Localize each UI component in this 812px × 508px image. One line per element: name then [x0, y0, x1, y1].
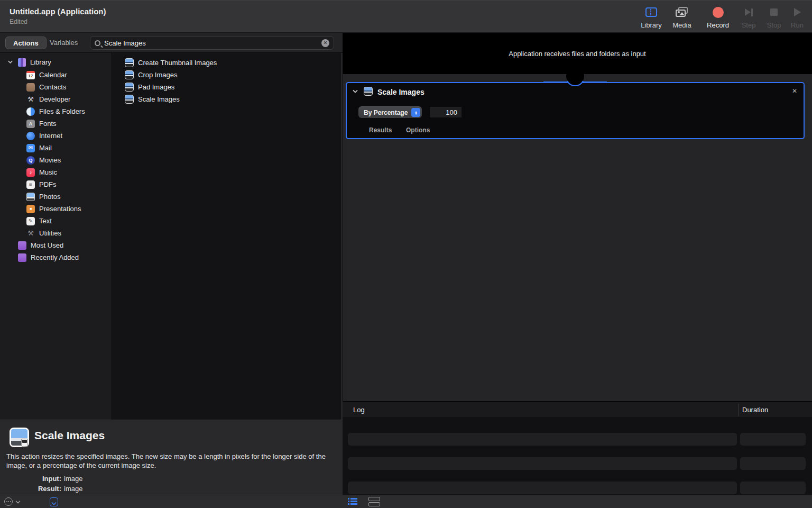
- smart-folder-icon: [18, 241, 26, 250]
- log-column-header[interactable]: Log: [353, 406, 365, 414]
- sidebar-item-music[interactable]: ♪Music: [0, 166, 112, 178]
- sidebar-item-fonts[interactable]: AFonts: [0, 117, 112, 130]
- sidebar-item-internet[interactable]: Internet: [0, 130, 112, 142]
- sidebar-item-label: Music: [39, 168, 57, 176]
- sidebar-item-presentations[interactable]: ■Presentations: [0, 203, 112, 215]
- sidebar-item-label: Presentations: [39, 205, 81, 213]
- sidebar-item-label: Photos: [39, 193, 60, 201]
- smart-folder-icon: [18, 253, 26, 262]
- sidebar-item-label: Developer: [39, 95, 70, 103]
- image-action-icon: [364, 87, 373, 96]
- actions-results-list: Create Thumbnail Images Crop Images Pad …: [112, 53, 341, 420]
- sidebar-item-movies[interactable]: QMovies: [0, 154, 112, 166]
- media-icon: [676, 7, 688, 17]
- popup-arrows-icon: ▲▼: [411, 108, 420, 117]
- log-row[interactable]: [348, 482, 737, 494]
- duration-column-header[interactable]: Duration: [742, 406, 768, 414]
- music-note-icon: ♪: [26, 168, 35, 177]
- action-card-title: Scale Images: [377, 88, 425, 96]
- title-bar: Untitled.app (Application) Edited Librar…: [0, 0, 812, 33]
- log-row-duration[interactable]: [740, 457, 806, 470]
- image-action-icon: [125, 58, 134, 67]
- log-row[interactable]: [348, 457, 737, 470]
- sidebar-item-label: Movies: [39, 156, 61, 164]
- window-title: Untitled.app (Application): [10, 7, 106, 16]
- quicktime-icon: Q: [26, 156, 35, 165]
- search-field[interactable]: ✕: [90, 36, 334, 50]
- action-list-item[interactable]: Create Thumbnail Images: [112, 57, 341, 69]
- tab-variables[interactable]: Variables: [50, 39, 78, 47]
- sidebar-item-label: Recently Added: [31, 253, 79, 261]
- close-action-icon[interactable]: ✕: [792, 87, 797, 95]
- step-icon: [745, 8, 753, 16]
- photo-icon: [26, 193, 35, 201]
- result-label: Result:: [0, 485, 61, 493]
- result-type-row: Result:image: [0, 485, 222, 493]
- action-list-item-selected[interactable]: Scale Images: [112, 93, 341, 105]
- log-row-duration[interactable]: [740, 433, 806, 446]
- log-column-divider[interactable]: [739, 404, 739, 416]
- globe-icon: [26, 132, 35, 140]
- library-button[interactable]: Library: [636, 6, 666, 29]
- description-title: Scale Images: [34, 429, 105, 442]
- sidebar-item-contacts[interactable]: Contacts: [0, 81, 112, 93]
- step-button-label: Step: [742, 21, 756, 29]
- tab-options[interactable]: Options: [406, 126, 430, 134]
- sidebar-item-label: Contacts: [39, 83, 66, 91]
- action-list-item[interactable]: Crop Images: [112, 69, 341, 81]
- sidebar-item-files-folders[interactable]: Files & Folders: [0, 105, 112, 117]
- sidebar-item-pdfs[interactable]: ≡PDFs: [0, 178, 112, 190]
- record-button[interactable]: Record: [703, 6, 733, 29]
- input-label: Input:: [0, 475, 61, 483]
- action-item-label: Pad Images: [138, 83, 174, 91]
- library-sidebar: Library 17Calendar Contacts ⚒Developer F…: [0, 53, 112, 420]
- more-options-icon[interactable]: [4, 497, 13, 506]
- percentage-value-field[interactable]: 100: [429, 106, 462, 118]
- disclosure-chevron-icon[interactable]: [7, 59, 13, 65]
- image-action-icon: [125, 83, 134, 92]
- workflow-connector-notch: [543, 68, 607, 92]
- window-edited-status: Edited: [10, 18, 27, 25]
- sidebar-item-label: Calendar: [39, 71, 67, 79]
- percentage-value: 100: [446, 108, 457, 116]
- media-button[interactable]: Media: [667, 6, 697, 29]
- sidebar-item-calendar[interactable]: 17Calendar: [0, 69, 112, 81]
- description-panel-toggle-icon[interactable]: [50, 497, 58, 506]
- action-item-label: Create Thumbnail Images: [138, 59, 217, 67]
- image-action-icon: [125, 70, 134, 79]
- finder-icon: [26, 107, 35, 116]
- more-options-chevron-icon[interactable]: [15, 500, 21, 504]
- tab-actions[interactable]: Actions: [5, 37, 47, 49]
- tab-results[interactable]: Results: [369, 126, 392, 134]
- fonts-icon: A: [26, 120, 35, 128]
- log-list-view-icon[interactable]: [348, 498, 357, 505]
- log-row[interactable]: [348, 433, 737, 446]
- sidebar-item-most-used[interactable]: Most Used: [0, 239, 112, 251]
- sidebar-item-library[interactable]: Library: [0, 56, 112, 68]
- utilities-icon: ⚒: [26, 229, 35, 238]
- log-row-duration[interactable]: [740, 482, 806, 494]
- library-books-icon: [18, 58, 26, 67]
- clear-search-icon[interactable]: ✕: [321, 39, 329, 47]
- log-stack-view-icon[interactable]: [368, 497, 380, 506]
- input-value: image: [64, 475, 82, 483]
- record-button-label: Record: [707, 21, 729, 29]
- sidebar-item-photos[interactable]: Photos: [0, 190, 112, 203]
- sidebar-item-developer[interactable]: ⚒Developer: [0, 93, 112, 105]
- action-item-label: Crop Images: [138, 71, 177, 79]
- sidebar-item-utilities[interactable]: ⚒Utilities: [0, 227, 112, 239]
- sidebar-item-mail[interactable]: ✉Mail: [0, 142, 112, 154]
- collapse-chevron-icon[interactable]: [352, 88, 358, 95]
- sidebar-item-text[interactable]: ✎Text: [0, 215, 112, 227]
- contacts-icon: [26, 83, 35, 92]
- run-button[interactable]: Run: [782, 6, 812, 29]
- result-value: image: [64, 485, 82, 493]
- calendar-icon: 17: [26, 71, 35, 79]
- action-list-item[interactable]: Pad Images: [112, 81, 341, 93]
- sidebar-item-recently-added[interactable]: Recently Added: [0, 251, 112, 264]
- mail-icon: ✉: [26, 144, 35, 152]
- scale-type-popup[interactable]: By Percentage ▲▼: [358, 106, 422, 118]
- search-input[interactable]: [104, 39, 318, 47]
- image-action-icon: [125, 95, 134, 104]
- search-icon: [95, 40, 100, 46]
